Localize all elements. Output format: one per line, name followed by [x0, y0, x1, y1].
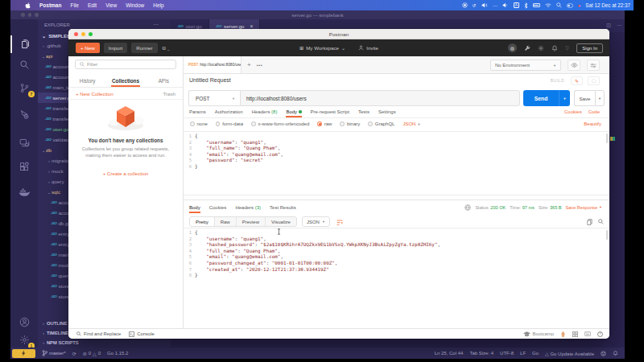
send-dropdown[interactable]: ▼: [559, 90, 570, 106]
redo-icon[interactable]: ↺: [473, 2, 477, 8]
sign-in-button[interactable]: Sign In: [576, 43, 603, 53]
request-tab-settings[interactable]: Settings: [378, 106, 396, 117]
status-icon[interactable]: ◍: [508, 43, 517, 52]
status-go-update-available[interactable]: △ Go Update Available: [545, 351, 594, 356]
request-tab-tests[interactable]: Tests: [358, 106, 369, 117]
runner-button[interactable]: Runner: [131, 43, 157, 53]
workspace-selector[interactable]: ⊞ My Workspace ⌄: [299, 45, 345, 51]
remote-indicator[interactable]: [12, 349, 35, 358]
menu-window[interactable]: Window: [126, 2, 144, 8]
response-tab-cookies[interactable]: Cookies: [209, 201, 227, 213]
beautify-link[interactable]: Beautify: [584, 121, 601, 126]
trash-button[interactable]: Trash: [163, 91, 175, 97]
wifi-icon[interactable]: [545, 3, 551, 8]
heart-icon[interactable]: ♡: [565, 45, 570, 51]
request-tab[interactable]: POST http://localhost:8080/users: [184, 56, 242, 73]
status-tab-size-4[interactable]: Tab Size: 4: [469, 351, 493, 356]
new-window-icon[interactable]: ⧉ ⌄: [163, 45, 170, 51]
request-name[interactable]: Untitled Request: [189, 77, 231, 83]
environment-settings-icon[interactable]: [587, 60, 600, 71]
code-link[interactable]: Code: [588, 109, 600, 114]
tab-options-button[interactable]: •••: [257, 56, 263, 73]
send-button[interactable]: Send: [523, 90, 559, 106]
save-button[interactable]: Save: [574, 90, 595, 106]
feedback-icon[interactable]: [601, 351, 606, 356]
menu-edit[interactable]: Edit: [88, 2, 97, 8]
wrap-lines-icon[interactable]: [336, 218, 343, 224]
search-response-icon[interactable]: [598, 219, 604, 224]
request-body-editor[interactable]: 1{2 "username": "quang1",3 "full_name": …: [184, 131, 609, 195]
view-preview[interactable]: Preview: [237, 217, 266, 226]
battery-icon[interactable]: [533, 3, 540, 7]
import-button[interactable]: Import: [104, 43, 128, 53]
editor-more-icon[interactable]: ⋯: [617, 22, 621, 27]
menu-bar-clock[interactable]: Sat 12 Dec at 22:37: [585, 2, 630, 8]
airplay-icon[interactable]: [481, 2, 488, 8]
activity-bar-search-icon[interactable]: [10, 54, 38, 75]
body-mode-raw[interactable]: raw: [317, 121, 332, 126]
response-tab-test-results[interactable]: Test Results: [270, 201, 296, 213]
create-collection-link[interactable]: + Create a collection: [68, 171, 183, 176]
control-center-icon[interactable]: [567, 3, 573, 8]
status-lf[interactable]: LF: [520, 351, 526, 356]
go-version[interactable]: Go 1.15.2: [107, 351, 128, 356]
new-tab-button[interactable]: +: [242, 56, 257, 73]
request-tab-body[interactable]: Body: [286, 106, 301, 117]
apple-menu-icon[interactable]: [25, 2, 31, 9]
new-collection-button[interactable]: + New Collection: [76, 91, 114, 97]
request-tab-pre-request-script[interactable]: Pre-request Script: [311, 106, 349, 117]
comment-icon[interactable]: ☐: [588, 76, 600, 85]
activity-bar-explorer-icon[interactable]: [10, 34, 38, 55]
response-body-viewer[interactable]: 1{2 "username": "quang1",3 "hashed_passw…: [184, 228, 609, 294]
status-go[interactable]: Go: [532, 351, 539, 356]
request-tab-headers-8-[interactable]: Headers (8): [252, 106, 278, 117]
activity-bar-extensions-icon[interactable]: [10, 156, 38, 177]
body-mode-none[interactable]: none: [190, 121, 208, 126]
response-format-selector[interactable]: JSON▼: [302, 216, 330, 227]
menu-help[interactable]: Help: [153, 2, 163, 8]
activity-bar-run-and-debug-icon[interactable]: [10, 104, 38, 125]
invite-button[interactable]: Invite: [358, 45, 378, 51]
copy-icon[interactable]: [587, 219, 592, 225]
close-tab-icon[interactable]: ×: [250, 23, 254, 29]
explorer-more-icon[interactable]: ⋯: [153, 22, 159, 28]
notifications-bell-icon[interactable]: [613, 350, 618, 356]
status-ln-25-col-44[interactable]: Ln 25, Col 44: [435, 351, 464, 356]
body-mode-x-www-form-urlencoded[interactable]: x-www-form-urlencoded: [251, 121, 309, 126]
environment-quicklook-icon[interactable]: [568, 60, 580, 71]
environment-selector[interactable]: No Environment▼: [490, 60, 561, 71]
bluetooth-icon[interactable]: [524, 2, 528, 9]
git-branch[interactable]: master*: [42, 350, 66, 356]
edit-name-icon[interactable]: ✎: [571, 76, 583, 85]
response-tab-headers-3-[interactable]: Headers (3): [235, 201, 261, 213]
new-button[interactable]: + New: [76, 43, 100, 53]
sidebar-tab-collections[interactable]: Collections: [106, 74, 144, 87]
view-raw[interactable]: Raw: [215, 217, 237, 226]
activity-bar-source-control-icon[interactable]: 7: [10, 77, 38, 98]
menu-view[interactable]: View: [105, 2, 117, 8]
request-tab-params[interactable]: Params: [189, 106, 206, 117]
problems-indicator[interactable]: ⊘ 0 △ 0: [83, 351, 101, 356]
filter-input[interactable]: Filter: [75, 60, 176, 69]
sidebar-section-npm-scripts[interactable]: ›NPM SCRIPTS: [38, 338, 171, 348]
input-source-icon[interactable]: A: [514, 2, 519, 9]
body-mode-binary[interactable]: binary: [340, 121, 360, 126]
response-scrollbar-thumb[interactable]: [606, 230, 608, 240]
sidebar-tab-apis[interactable]: APIs: [145, 74, 183, 87]
body-mode-GraphQL[interactable]: GraphQL: [368, 121, 394, 126]
release-notes-icon[interactable]: [560, 331, 566, 337]
sync-icon[interactable]: ⟳: [72, 351, 76, 356]
save-response-button[interactable]: Save Response ▼: [566, 205, 602, 210]
grid-icon[interactable]: [572, 331, 578, 337]
view-pretty[interactable]: Pretty: [190, 217, 215, 226]
scrollbar-thumb[interactable]: [606, 134, 608, 143]
menu-postman[interactable]: Postman: [39, 2, 61, 8]
method-selector[interactable]: POST▼: [188, 90, 240, 106]
app-status-icon[interactable]: ●: [578, 3, 581, 8]
settings-icon[interactable]: [538, 44, 544, 51]
network-icon[interactable]: [464, 204, 471, 211]
body-mode-form-data[interactable]: form-data: [216, 121, 243, 126]
activity-bar-docker-icon[interactable]: [10, 182, 38, 203]
spotlight-icon[interactable]: [556, 2, 562, 8]
sidebar-tab-history[interactable]: History: [68, 74, 106, 87]
